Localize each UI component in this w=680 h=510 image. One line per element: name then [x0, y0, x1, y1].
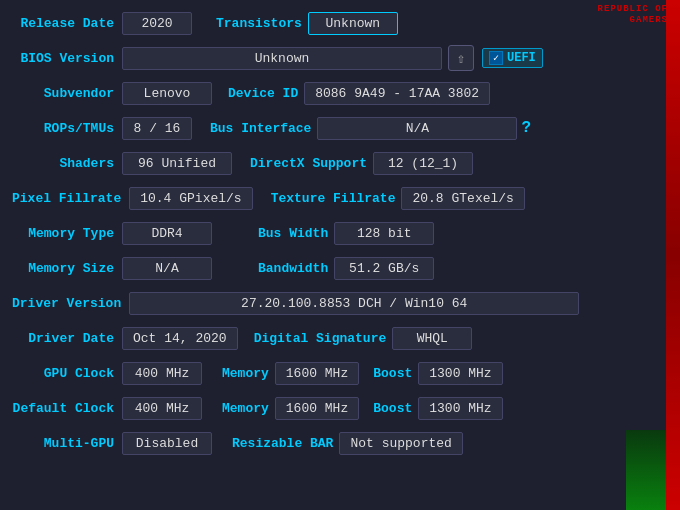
- default-clock-label: Default Clock: [12, 401, 122, 416]
- driver-date-label: Driver Date: [12, 331, 122, 346]
- rops-label: ROPs/TMUs: [12, 121, 122, 136]
- memory-type-row: Memory Type DDR4 Bus Width 128 bit: [12, 218, 668, 248]
- green-accent: [626, 430, 666, 510]
- memory-size-value: N/A: [122, 257, 212, 280]
- gpu-clock-value: 400 MHz: [122, 362, 202, 385]
- device-id-value: 8086 9A49 - 17AA 3802: [304, 82, 490, 105]
- transistors-label: Transistors: [210, 16, 308, 31]
- rog-logo: REPUBLIC OF GAMERS: [598, 4, 668, 26]
- digital-sig-value: WHQL: [392, 327, 472, 350]
- bus-width-value: 128 bit: [334, 222, 434, 245]
- driver-version-row: Driver Version 27.20.100.8853 DCH / Win1…: [12, 288, 668, 318]
- shaders-value: 96 Unified: [122, 152, 232, 175]
- bus-interface-label: Bus Interface: [204, 121, 317, 136]
- shaders-label: Shaders: [12, 156, 122, 171]
- uefi-check-icon: ✓: [489, 51, 503, 65]
- texture-fillrate-label: Texture Fillrate: [265, 191, 402, 206]
- device-id-label: Device ID: [222, 86, 304, 101]
- memory-size-row: Memory Size N/A Bandwidth 51.2 GB/s: [12, 253, 668, 283]
- transistors-value: Unknown: [308, 12, 398, 35]
- gpu-clock-row: GPU Clock 400 MHz Memory 1600 MHz Boost …: [12, 358, 668, 388]
- pixel-fillrate-label: Pixel Fillrate: [12, 191, 129, 206]
- main-container: REPUBLIC OF GAMERS Release Date 2020 Tra…: [0, 0, 680, 510]
- directx-value: 12 (12_1): [373, 152, 473, 175]
- driver-version-value: 27.20.100.8853 DCH / Win10 64: [129, 292, 579, 315]
- texture-fillrate-value: 20.8 GTexel/s: [401, 187, 524, 210]
- bandwidth-label: Bandwidth: [252, 261, 334, 276]
- memory-label2: Memory: [216, 401, 275, 416]
- pixel-fillrate-value: 10.4 GPixel/s: [129, 187, 252, 210]
- subvendor-value: Lenovo: [122, 82, 212, 105]
- release-date-label: Release Date: [12, 16, 122, 31]
- digital-sig-label: Digital Signature: [248, 331, 393, 346]
- multigpu-value: Disabled: [122, 432, 212, 455]
- question-icon[interactable]: ?: [521, 119, 531, 137]
- uefi-checkbox[interactable]: ✓ UEFI: [482, 48, 543, 68]
- directx-label: DirectX Support: [244, 156, 373, 171]
- bus-interface-value: N/A: [317, 117, 517, 140]
- resizable-bar-label: Resizable BAR: [226, 436, 339, 451]
- boost-label1: Boost: [367, 366, 418, 381]
- rog-line2: GAMERS: [598, 15, 668, 26]
- subvendor-row: Subvendor Lenovo Device ID 8086 9A49 - 1…: [12, 78, 668, 108]
- memory-size-label: Memory Size: [12, 261, 122, 276]
- pixel-fillrate-row: Pixel Fillrate 10.4 GPixel/s Texture Fil…: [12, 183, 668, 213]
- shaders-row: Shaders 96 Unified DirectX Support 12 (1…: [12, 148, 668, 178]
- boost-label2: Boost: [367, 401, 418, 416]
- memory-label1: Memory: [216, 366, 275, 381]
- share-icon[interactable]: ⇧: [448, 45, 474, 71]
- memory-type-value: DDR4: [122, 222, 212, 245]
- bandwidth-value: 51.2 GB/s: [334, 257, 434, 280]
- bus-width-label: Bus Width: [252, 226, 334, 241]
- subvendor-label: Subvendor: [12, 86, 122, 101]
- default-clock-row: Default Clock 400 MHz Memory 1600 MHz Bo…: [12, 393, 668, 423]
- rog-line1: REPUBLIC OF: [598, 4, 668, 15]
- driver-version-label: Driver Version: [12, 296, 129, 311]
- release-date-value: 2020: [122, 12, 192, 35]
- multigpu-row: Multi-GPU Disabled Resizable BAR Not sup…: [12, 428, 668, 458]
- memory-value2: 1600 MHz: [275, 397, 359, 420]
- boost-value1: 1300 MHz: [418, 362, 502, 385]
- memory-type-label: Memory Type: [12, 226, 122, 241]
- default-clock-value: 400 MHz: [122, 397, 202, 420]
- bios-value: Unknown: [122, 47, 442, 70]
- rops-row: ROPs/TMUs 8 / 16 Bus Interface N/A ?: [12, 113, 668, 143]
- boost-value2: 1300 MHz: [418, 397, 502, 420]
- driver-date-row: Driver Date Oct 14, 2020 Digital Signatu…: [12, 323, 668, 353]
- release-date-row: Release Date 2020 Transistors Unknown: [12, 8, 668, 38]
- driver-date-value: Oct 14, 2020: [122, 327, 238, 350]
- multigpu-label: Multi-GPU: [12, 436, 122, 451]
- resizable-bar-value: Not supported: [339, 432, 462, 455]
- memory-value1: 1600 MHz: [275, 362, 359, 385]
- rops-value: 8 / 16: [122, 117, 192, 140]
- uefi-area: ⇧ ✓ UEFI: [448, 45, 543, 71]
- gpu-clock-label: GPU Clock: [12, 366, 122, 381]
- bios-row: BIOS Version Unknown ⇧ ✓ UEFI: [12, 43, 668, 73]
- uefi-label: UEFI: [507, 51, 536, 65]
- bios-label: BIOS Version: [12, 51, 122, 66]
- red-bar-accent: [666, 0, 680, 510]
